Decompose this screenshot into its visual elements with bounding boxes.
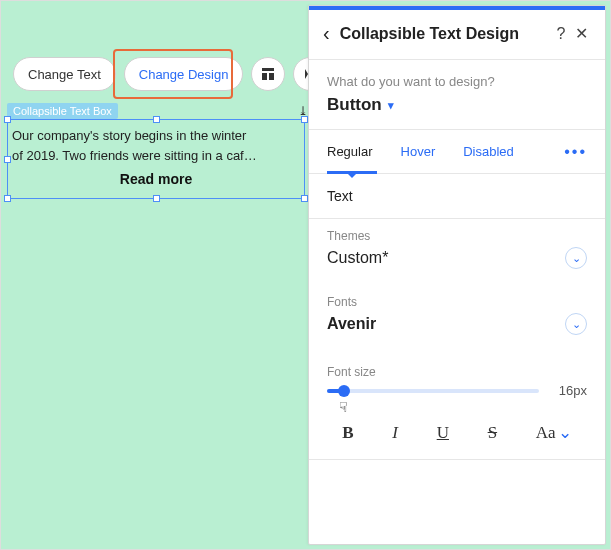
panel-header: ‹ Collapsible Text Design ? ✕ xyxy=(309,10,605,60)
collapsible-text-box[interactable]: ⤓ Our company's story begins in the wint… xyxy=(7,119,305,199)
resize-handle[interactable] xyxy=(153,195,160,202)
fontsize-slider[interactable]: ☟ xyxy=(327,389,539,393)
download-icon[interactable]: ⤓ xyxy=(298,104,308,118)
help-icon[interactable]: ? xyxy=(551,25,571,43)
strikethrough-button[interactable]: S xyxy=(488,423,497,443)
tab-hover[interactable]: Hover xyxy=(401,130,436,173)
panel-scroll-area[interactable]: Text Themes Custom* ⌄ Fonts Avenir ⌄ Fon… xyxy=(309,174,605,544)
change-design-button[interactable]: Change Design xyxy=(124,57,244,91)
svg-rect-0 xyxy=(262,68,274,71)
more-tabs-icon[interactable]: ••• xyxy=(564,143,587,161)
svg-rect-2 xyxy=(269,73,274,80)
resize-handle[interactable] xyxy=(153,116,160,123)
themes-value: Custom* xyxy=(327,249,388,267)
cursor-icon: ☟ xyxy=(339,399,348,415)
resize-handle[interactable] xyxy=(4,195,11,202)
panel-title: Collapsible Text Design xyxy=(340,25,551,43)
text-case-button[interactable]: Aa⌄ xyxy=(536,422,572,443)
bold-button[interactable]: B xyxy=(342,423,353,443)
slider-thumb[interactable] xyxy=(338,385,350,397)
element-toolbar: Change Text Change Design xyxy=(13,57,327,91)
design-question-label: What do you want to design? xyxy=(327,74,587,89)
text-content: Our company's story begins in the winter… xyxy=(8,120,304,196)
resize-handle[interactable] xyxy=(4,156,11,163)
themes-field: Themes Custom* ⌄ xyxy=(309,219,605,275)
fontsize-value: 16px xyxy=(549,383,587,398)
chevron-down-icon: ⌄ xyxy=(558,422,572,443)
fonts-field: Fonts Avenir ⌄ xyxy=(309,285,605,341)
layout-icon xyxy=(261,67,275,81)
chevron-down-icon: ▾ xyxy=(388,99,394,112)
fontsize-field: Font size ☟ 16px xyxy=(309,355,605,404)
fonts-dropdown-toggle[interactable]: ⌄ xyxy=(565,313,587,335)
design-panel: ‹ Collapsible Text Design ? ✕ What do yo… xyxy=(308,5,606,545)
change-text-button[interactable]: Change Text xyxy=(13,57,116,91)
text-section-header: Text xyxy=(309,174,605,218)
close-icon[interactable]: ✕ xyxy=(571,24,591,43)
design-target-dropdown[interactable]: Button ▾ xyxy=(327,95,587,129)
resize-handle[interactable] xyxy=(301,195,308,202)
italic-button[interactable]: I xyxy=(392,423,398,443)
back-icon[interactable]: ‹ xyxy=(323,22,330,45)
fonts-value: Avenir xyxy=(327,315,376,333)
design-target-section: What do you want to design? Button ▾ xyxy=(309,60,605,129)
read-more-button[interactable]: Read more xyxy=(12,169,300,190)
themes-dropdown-toggle[interactable]: ⌄ xyxy=(565,247,587,269)
text-format-row: B I U S Aa⌄ xyxy=(309,404,605,449)
layout-icon-button[interactable] xyxy=(251,57,285,91)
tab-regular[interactable]: Regular xyxy=(327,130,373,173)
element-type-label: Collapsible Text Box xyxy=(7,103,118,119)
state-tabs: Regular Hover Disabled ••• xyxy=(309,130,605,174)
svg-rect-1 xyxy=(262,73,267,80)
resize-handle[interactable] xyxy=(4,116,11,123)
underline-button[interactable]: U xyxy=(437,423,449,443)
tab-disabled[interactable]: Disabled xyxy=(463,130,514,173)
